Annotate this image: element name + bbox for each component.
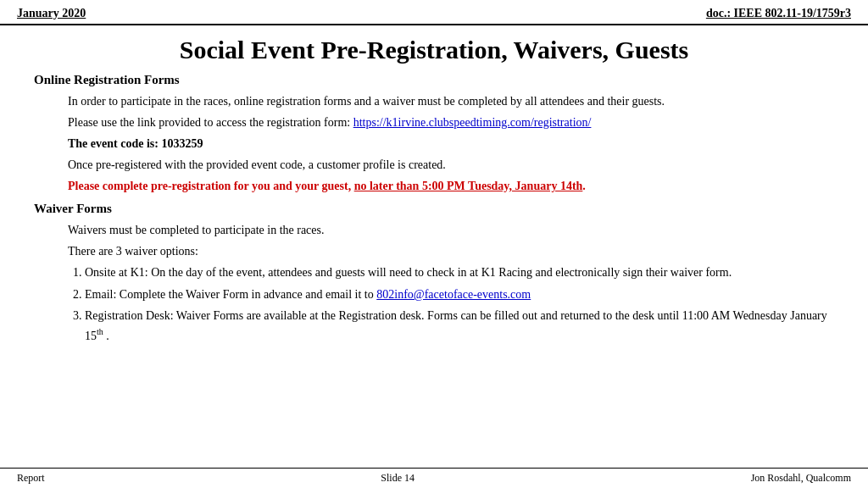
online-registration-heading: Online Registration Forms	[34, 73, 834, 87]
header: January 2020 doc.: IEEE 802.11-19/1759r3	[0, 0, 868, 25]
warning-text: Please complete pre-registration for you…	[68, 177, 834, 195]
list-item: Registration Desk: Waiver Forms are avai…	[85, 307, 834, 345]
footer: Report Slide 14 Jon Rosdahl, Qualcomm	[0, 468, 868, 488]
event-code-wrap: The event code is: 1033259	[68, 135, 834, 152]
online-reg-para2-prefix: Please use the link provided to access t…	[68, 116, 353, 129]
waiver-email-link[interactable]: 802info@facetoface-events.com	[376, 288, 531, 301]
footer-right: Jon Rosdahl, Qualcomm	[751, 472, 851, 485]
waiver-para2: There are 3 waiver options:	[68, 242, 834, 260]
warning-wrap: Please complete pre-registration for you…	[68, 177, 834, 195]
waiver-para1: Waivers must be completed to participate…	[68, 221, 834, 239]
warning-end: .	[582, 180, 586, 192]
superscript-th: th	[97, 327, 103, 336]
event-code-line: The event code is: 1033259	[68, 135, 834, 152]
waiver-item-3: Registration Desk: Waiver Forms are avai…	[85, 309, 827, 341]
waiver-item-1: Onsite at K1: On the day of the event, a…	[85, 266, 732, 279]
footer-left: Report	[17, 472, 45, 485]
content-area: Online Registration Forms In order to pa…	[0, 73, 868, 468]
footer-center: Slide 14	[381, 472, 415, 485]
waiver-item-2-prefix: Email: Complete the Waiver Form in advan…	[85, 288, 376, 301]
header-date: January 2020	[17, 7, 86, 20]
online-reg-para1: In order to participate in the races, on…	[68, 92, 834, 110]
online-reg-para3: Once pre-registered with the provided ev…	[68, 156, 834, 174]
waiver-para2-wrap: There are 3 waiver options:	[68, 242, 834, 260]
online-reg-para3-wrap: Once pre-registered with the provided ev…	[68, 156, 834, 174]
warning-normal: Please complete pre-registration for you…	[68, 180, 354, 192]
header-doc: doc.: IEEE 802.11-19/1759r3	[706, 7, 851, 20]
online-reg-para1-wrap: In order to participate in the races, on…	[68, 92, 834, 110]
waiver-forms-heading: Waiver Forms	[34, 202, 834, 216]
waiver-options-list: Onsite at K1: On the day of the event, a…	[85, 263, 834, 345]
list-item: Email: Complete the Waiver Form in advan…	[85, 286, 834, 304]
registration-link[interactable]: https://k1irvine.clubspeedtiming.com/reg…	[353, 116, 592, 129]
page-title: Social Event Pre-Registration, Waivers, …	[0, 25, 868, 73]
online-reg-link-wrap: Please use the link provided to access t…	[68, 114, 834, 131]
list-item: Onsite at K1: On the day of the event, a…	[85, 263, 834, 282]
online-reg-para2: Please use the link provided to access t…	[68, 114, 834, 131]
warning-underline: no later than 5:00 PM Tuesday, January 1…	[354, 180, 583, 192]
waiver-para1-wrap: Waivers must be completed to participate…	[68, 221, 834, 239]
